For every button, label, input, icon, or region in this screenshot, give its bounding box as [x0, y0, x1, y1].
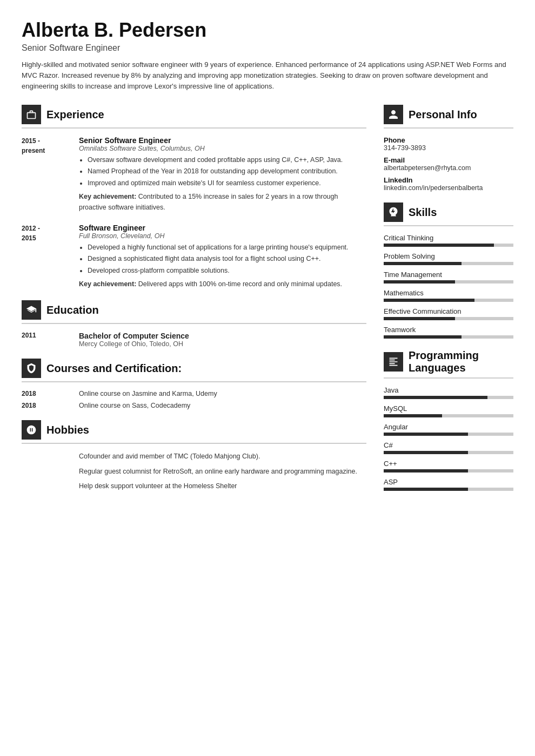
- programming-language-name: C#: [384, 441, 513, 449]
- skill-bar-fill: [384, 280, 455, 284]
- skill-bar-background: [384, 262, 513, 265]
- phone-value: 314-739-3893: [384, 144, 513, 152]
- programming-item: Java: [384, 386, 513, 399]
- experience-bullet: Developed a highly functional set of app…: [88, 242, 366, 253]
- resume-wrapper: Alberta B. Pedersen Senior Software Engi…: [0, 0, 535, 516]
- candidate-summary: Highly-skilled and motivated senior soft…: [22, 59, 513, 92]
- skill-name: Time Management: [384, 271, 513, 279]
- exp-company: Full Bronson, Cleveland, OH: [79, 232, 366, 240]
- education-icon: [22, 300, 41, 320]
- hobbies-icon: [22, 420, 41, 440]
- skills-title: Skills: [409, 206, 437, 219]
- exp-dates: 2015 -present: [22, 136, 70, 213]
- hobby-entry: Help desk support volunteer at the Homel…: [22, 481, 366, 491]
- exp-dates: 2012 -2015: [22, 224, 70, 290]
- courses-list: 2018 Online course on Jasmine and Karma,…: [22, 390, 366, 409]
- left-column: Experience 2015 -present Senior Software…: [22, 105, 366, 496]
- hobbies-section-header: Hobbies: [22, 420, 366, 444]
- skill-name: Effective Communication: [384, 307, 513, 315]
- skill-item: Critical Thinking: [384, 234, 513, 247]
- course-entry: 2018 Online course on Jasmine and Karma,…: [22, 390, 366, 397]
- education-entry: 2011 Bachelor of Computer Science Mercy …: [22, 332, 366, 348]
- exp-key-achievement: Key achievement: Delivered apps with 100…: [79, 279, 366, 289]
- personal-info-section: Phone 314-739-3893 E-mail albertabpeters…: [384, 136, 513, 192]
- skill-item: Effective Communication: [384, 307, 513, 320]
- skill-name: Mathematics: [384, 289, 513, 297]
- skill-bar-fill: [384, 335, 462, 339]
- hobby-spacer: [22, 481, 70, 491]
- education-section-header: Education: [22, 300, 366, 324]
- exp-company: Omnilabs Software Suites, Columbus, OH: [79, 145, 366, 152]
- exp-bullets: Developed a highly functional set of app…: [79, 242, 366, 276]
- experience-title: Experience: [46, 109, 104, 121]
- programming-language-name: ASP: [384, 478, 513, 486]
- courses-icon: [22, 359, 41, 378]
- experience-bullet: Designed a sophisticated flight data ana…: [88, 254, 366, 264]
- experience-entry: 2012 -2015 Software Engineer Full Bronso…: [22, 224, 366, 290]
- experience-bullet: Named Prophead of the Year in 2018 for o…: [88, 166, 366, 177]
- briefcase-icon: [26, 109, 37, 120]
- courses-title: Courses and Certification:: [46, 362, 182, 375]
- prog-bar-fill: [384, 433, 468, 436]
- personal-info-title: Personal Info: [409, 109, 477, 121]
- programming-item: C++: [384, 460, 513, 473]
- experience-bullet: Developed cross-platform compatible solu…: [88, 266, 366, 276]
- prog-bar-background: [384, 396, 513, 399]
- skill-item: Time Management: [384, 271, 513, 284]
- skill-item: Mathematics: [384, 289, 513, 302]
- candidate-name: Alberta B. Pedersen: [22, 19, 513, 41]
- programming-icon: [384, 352, 403, 372]
- skill-bar-background: [384, 335, 513, 339]
- prog-bar-fill: [384, 396, 487, 399]
- education-title: Education: [46, 304, 99, 316]
- prog-bar-background: [384, 414, 513, 417]
- edu-year: 2011: [22, 332, 70, 348]
- programming-list: Java MySQL Angular C# C++ ASP: [384, 386, 513, 491]
- skill-name: Teamwork: [384, 326, 513, 334]
- experience-list: 2015 -present Senior Software Engineer O…: [22, 136, 366, 289]
- edu-school: Mercy College of Ohio, Toledo, OH: [79, 340, 189, 348]
- hobby-entry: Regular guest columnist for RetroSoft, a…: [22, 467, 366, 477]
- graduation-icon: [26, 305, 37, 315]
- skill-name: Problem Solving: [384, 252, 513, 260]
- exp-title: Software Engineer: [79, 224, 366, 232]
- course-description: Online course on Sass, Codecademy: [79, 402, 190, 409]
- header: Alberta B. Pedersen Senior Software Engi…: [22, 19, 513, 92]
- course-year: 2018: [22, 390, 70, 397]
- experience-bullet: Oversaw software development and coded p…: [88, 155, 366, 165]
- programming-language-name: C++: [384, 460, 513, 468]
- skill-item: Teamwork: [384, 326, 513, 339]
- exp-bullets: Oversaw software development and coded p…: [79, 155, 366, 188]
- skill-name: Critical Thinking: [384, 234, 513, 242]
- exp-content: Software Engineer Full Bronson, Clevelan…: [79, 224, 366, 290]
- hobby-text: Help desk support volunteer at the Homel…: [79, 481, 237, 491]
- hobby-spacer: [22, 467, 70, 477]
- programming-item: MySQL: [384, 404, 513, 417]
- programming-item: ASP: [384, 478, 513, 491]
- hobby-text: Cofounder and avid member of TMC (Toledo…: [79, 451, 260, 462]
- course-year: 2018: [22, 402, 70, 409]
- right-column: Personal Info Phone 314-739-3893 E-mail …: [384, 105, 513, 496]
- email-value: albertabpetersen@rhyta.com: [384, 164, 513, 172]
- skill-bar-background: [384, 317, 513, 320]
- skill-bar-fill: [384, 262, 462, 265]
- email-label: E-mail: [384, 156, 513, 164]
- programming-language-name: Java: [384, 386, 513, 394]
- skill-bar-background: [384, 244, 513, 247]
- linkedin-label: LinkedIn: [384, 176, 513, 184]
- edu-degree: Bachelor of Computer Science: [79, 332, 189, 340]
- skill-bar-fill: [384, 299, 474, 302]
- hobbies-list: Cofounder and avid member of TMC (Toledo…: [22, 451, 366, 491]
- programming-language-name: Angular: [384, 423, 513, 431]
- hobby-entry: Cofounder and avid member of TMC (Toledo…: [22, 451, 366, 462]
- skill-item: Problem Solving: [384, 252, 513, 265]
- star-circle-icon: [26, 424, 37, 435]
- programming-item: Angular: [384, 423, 513, 436]
- phone-label: Phone: [384, 136, 513, 144]
- hobbies-title: Hobbies: [46, 424, 89, 436]
- candidate-title: Senior Software Engineer: [22, 43, 513, 53]
- prog-bar-fill: [384, 469, 468, 473]
- prog-bar-background: [384, 451, 513, 454]
- phone-field: Phone 314-739-3893: [384, 136, 513, 152]
- personal-info-icon: [384, 105, 403, 124]
